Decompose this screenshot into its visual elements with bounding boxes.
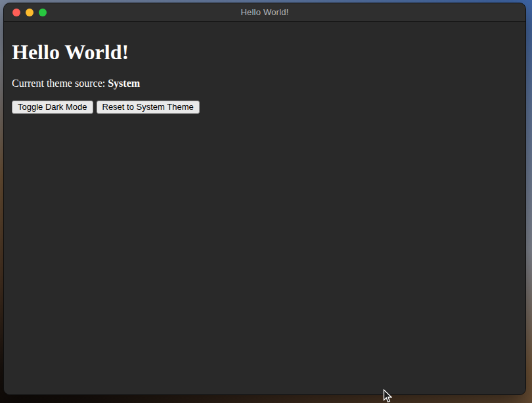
window-title: Hello World! <box>4 7 525 17</box>
close-window-button[interactable] <box>12 9 20 16</box>
page-content: Hello World! Current theme source: Syste… <box>4 22 525 395</box>
page-title: Hello World! <box>12 41 520 64</box>
button-row: Toggle Dark Mode Reset to System Theme <box>12 101 520 114</box>
reset-to-system-theme-button[interactable]: Reset to System Theme <box>97 101 200 114</box>
zoom-window-button[interactable] <box>39 9 47 16</box>
theme-source-label: Current theme source: <box>12 78 108 89</box>
window-controls <box>12 3 47 21</box>
theme-source-value: System <box>108 78 140 89</box>
theme-source-line: Current theme source: System <box>12 78 520 89</box>
toggle-dark-mode-button[interactable]: Toggle Dark Mode <box>12 101 93 114</box>
app-window: Hello World! Hello World! Current theme … <box>3 3 526 395</box>
window-titlebar[interactable]: Hello World! <box>4 3 525 22</box>
minimize-window-button[interactable] <box>26 9 33 16</box>
